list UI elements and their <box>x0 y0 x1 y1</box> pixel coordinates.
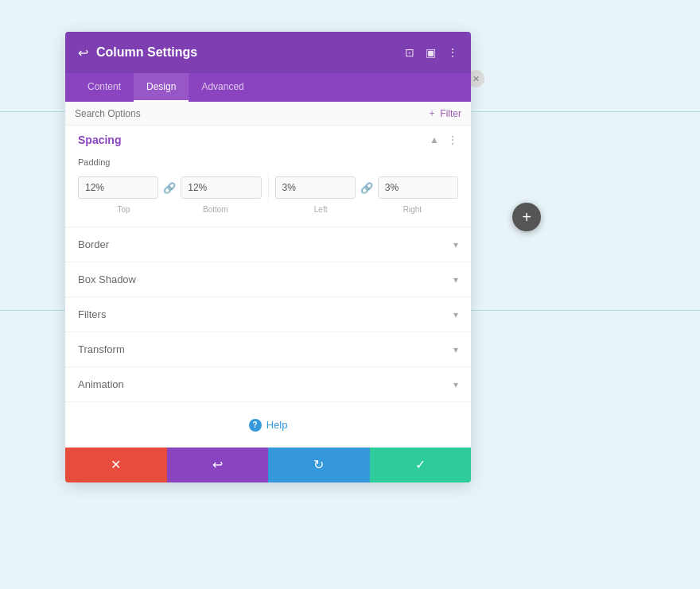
border-header[interactable]: Border ▾ <box>65 227 471 262</box>
padding-label: Padding <box>78 157 458 167</box>
more-icon[interactable]: ⋮ <box>447 46 458 59</box>
box-shadow-chevron-icon: ▾ <box>453 274 458 285</box>
undo-button[interactable]: ↩ <box>167 448 269 482</box>
padding-bottom-input[interactable] <box>181 176 261 199</box>
cancel-button[interactable]: ✕ <box>65 448 167 482</box>
panel-header: ↩ Column Settings ⊡ ▣ ⋮ <box>65 32 471 73</box>
filters-title: Filters <box>78 308 106 320</box>
animation-title: Animation <box>78 378 124 390</box>
spacing-chevron-icon[interactable]: ▲ <box>430 134 439 145</box>
filter-button[interactable]: ＋ Filter <box>427 107 461 120</box>
box-shadow-section: Box Shadow ▾ <box>65 262 471 297</box>
filter-plus-icon: ＋ <box>427 107 437 120</box>
panel-title: Column Settings <box>96 45 197 60</box>
filters-chevron-icon: ▾ <box>453 309 458 320</box>
animation-header[interactable]: Animation ▾ <box>65 367 471 401</box>
header-left: ↩ Column Settings <box>78 45 197 60</box>
tab-advanced[interactable]: Advanced <box>189 73 256 102</box>
padding-top-bottom-group: 🔗 <box>78 176 262 199</box>
animation-chevron-icon: ▾ <box>453 379 458 390</box>
redo-button[interactable]: ↻ <box>268 448 370 482</box>
search-bar: ＋ Filter <box>65 102 471 126</box>
filters-section: Filters ▾ <box>65 297 471 332</box>
padding-top-wrap <box>78 176 158 199</box>
help-link[interactable]: ? Help <box>249 419 288 432</box>
padding-left-wrap <box>275 176 356 199</box>
panel-footer: ✕ ↩ ↻ ✓ <box>65 448 471 482</box>
border-section: Border ▾ <box>65 227 471 262</box>
panel-body: Spacing ▲ ⋮ 1 Padding 🔗 <box>65 126 471 448</box>
box-shadow-title: Box Shadow <box>78 273 136 285</box>
transform-header[interactable]: Transform ▾ <box>65 332 471 366</box>
spacing-menu-icon[interactable]: ⋮ <box>447 134 458 146</box>
padding-top-input[interactable] <box>78 176 158 199</box>
column-settings-panel: ↩ Column Settings ⊡ ▣ ⋮ Content Design A… <box>65 32 471 482</box>
spacing-title: Spacing <box>78 134 121 146</box>
search-input[interactable] <box>75 108 427 119</box>
layout-icon[interactable]: ▣ <box>426 46 436 59</box>
padding-tb-link-icon[interactable]: 🔗 <box>158 182 181 194</box>
filter-label: Filter <box>440 108 461 119</box>
transform-title: Transform <box>78 343 125 355</box>
padding-left-input[interactable] <box>275 176 356 199</box>
padding-section: 1 Padding 🔗 <box>65 154 471 227</box>
left-label: Left <box>275 205 367 214</box>
back-icon[interactable]: ↩ <box>78 45 88 60</box>
tab-content[interactable]: Content <box>75 73 134 102</box>
box-shadow-header[interactable]: Box Shadow ▾ <box>65 262 471 296</box>
transform-section: Transform ▾ <box>65 332 471 367</box>
padding-right-input[interactable] <box>378 176 458 199</box>
spacing-controls: ▲ ⋮ <box>430 134 458 146</box>
screen-icon[interactable]: ⊡ <box>405 46 414 59</box>
add-button[interactable]: + <box>512 203 541 231</box>
top-label: Top <box>78 205 169 214</box>
filters-header[interactable]: Filters ▾ <box>65 297 471 331</box>
transform-chevron-icon: ▾ <box>453 344 458 355</box>
padding-lr-link-icon[interactable]: 🔗 <box>356 182 378 194</box>
padding-sub-labels: Top Bottom Left Right <box>78 205 458 214</box>
right-label: Right <box>367 205 458 214</box>
spacing-section: Spacing ▲ ⋮ 1 Padding 🔗 <box>65 126 471 227</box>
save-button[interactable]: ✓ <box>370 448 472 482</box>
padding-divider <box>268 173 269 202</box>
tab-design[interactable]: Design <box>134 73 189 102</box>
tabs-bar: Content Design Advanced <box>65 73 471 102</box>
help-icon: ? <box>249 419 262 432</box>
padding-left-right-group: 🔗 <box>275 176 459 199</box>
animation-section: Animation ▾ <box>65 367 471 402</box>
header-icons-right: ⊡ ▣ ⋮ <box>405 46 458 59</box>
padding-right-wrap <box>378 176 458 199</box>
spacing-header: Spacing ▲ ⋮ <box>65 126 471 154</box>
spacer <box>262 205 275 214</box>
border-title: Border <box>78 238 109 250</box>
border-chevron-icon: ▾ <box>453 239 458 250</box>
padding-bottom-wrap <box>181 176 261 199</box>
help-area: ? Help <box>65 402 471 448</box>
bottom-label: Bottom <box>169 205 261 214</box>
padding-row: 🔗 🔗 <box>78 173 458 202</box>
help-label: Help <box>266 419 288 431</box>
